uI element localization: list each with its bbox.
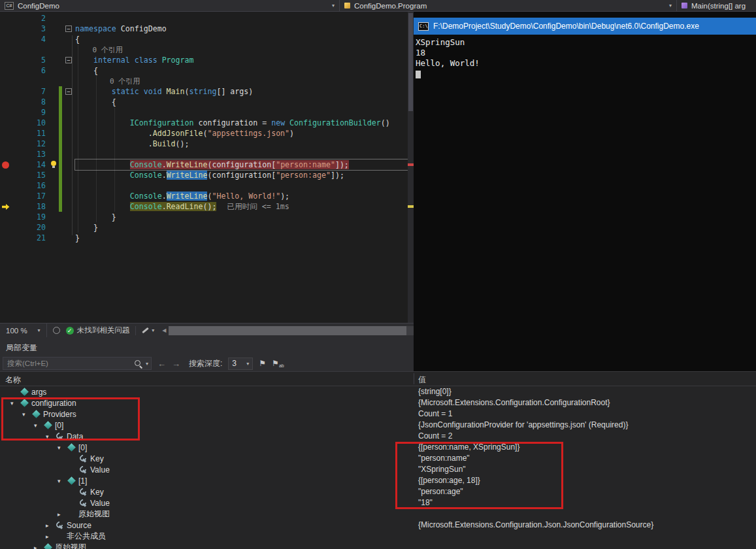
locals-row-configuration[interactable]: ▾configuration{Microsoft.Extensions.Conf… [0, 397, 756, 408]
code-line-19[interactable]: 19 } [0, 212, 414, 222]
column-divider[interactable] [414, 373, 414, 384]
editor-vertical-scrollbar[interactable] [408, 12, 414, 323]
code-editor[interactable]: 23−namespace ConfigDemo4{ 0 个引用5− intern… [0, 12, 414, 337]
tree-expander-open[interactable]: ▾ [10, 400, 20, 407]
fold-collapse-box[interactable]: − [65, 25, 72, 32]
execution-pointer-gutter[interactable] [0, 201, 12, 212]
gutter[interactable] [0, 170, 12, 180]
locals-row-原始视图[interactable]: ▸原始视图 [0, 542, 756, 549]
chevron-down-icon[interactable]: ▾ [146, 361, 148, 367]
locals-row-Data[interactable]: ▾DataCount = 2 [0, 431, 756, 442]
fold-collapse-box[interactable]: − [65, 57, 72, 63]
scrollbar-thumb[interactable] [408, 13, 413, 111]
code-line-5[interactable]: 5− internal class Program [0, 55, 414, 65]
gutter[interactable] [0, 233, 12, 243]
gutter[interactable] [0, 55, 12, 65]
gutter[interactable] [0, 13, 12, 24]
code-line-7[interactable]: 7− static void Main(string[] args) [0, 86, 414, 97]
horizontal-scrollbar[interactable] [169, 326, 414, 335]
codelens-line[interactable]: 0 个引用 [0, 44, 414, 55]
tree-expander-open[interactable]: ▾ [34, 422, 43, 429]
type-dropdown[interactable]: ConfigDemo.Program ▾ [340, 0, 677, 11]
code-line-6[interactable]: 6 { [0, 65, 414, 76]
gutter[interactable] [0, 139, 12, 149]
locals-row-原始视图[interactable]: ▸原始视图 [0, 508, 756, 520]
flag-icon[interactable]: ⚑ [259, 359, 266, 368]
code-cleanup-button[interactable]: ▾ [142, 327, 154, 333]
gutter[interactable] [0, 44, 12, 55]
gutter[interactable] [0, 212, 12, 222]
tree-expander-closed[interactable]: ▸ [58, 511, 67, 518]
code-line-18[interactable]: 18 Console.ReadLine();已用时间 <= 1ms [0, 201, 414, 212]
health-indicator[interactable]: ✓ 未找到相关问题 [66, 325, 130, 335]
code-line-4[interactable]: 4{ [0, 34, 414, 44]
tree-expander-open[interactable]: ▾ [46, 433, 55, 440]
code-line-9[interactable]: 9 [0, 107, 414, 118]
code-line-8[interactable]: 8 { [0, 97, 414, 107]
code-line-2[interactable]: 2 [0, 13, 414, 24]
locals-row-args[interactable]: args{string[0]} [0, 386, 756, 397]
gutter[interactable] [0, 86, 12, 97]
locals-row-[0][interactable]: ▾[0]{[person:name, XSpringSun]} [0, 442, 756, 453]
code-line-10[interactable]: 10 IConfiguration configuration = new Co… [0, 118, 414, 128]
code-line-12[interactable]: 12 .Build(); [0, 139, 414, 149]
member-dropdown[interactable]: Main(string[] arg ▾ [677, 0, 756, 11]
forward-arrow-icon[interactable]: → [172, 359, 180, 369]
gutter[interactable] [0, 191, 12, 201]
tree-expander-open[interactable]: ▾ [58, 478, 67, 484]
console-window[interactable]: C:\ F:\DemoProject\StudyDemo\ConfigDemo\… [414, 12, 756, 371]
console-title-bar[interactable]: C:\ F:\DemoProject\StudyDemo\ConfigDemo\… [414, 18, 756, 35]
zoom-dropdown[interactable]: 100 % ▾ [0, 324, 47, 337]
back-arrow-icon[interactable]: ← [157, 359, 166, 369]
locals-row-Value[interactable]: Value"XSpringSun" [0, 464, 756, 475]
breakpoint-icon[interactable] [2, 161, 9, 169]
gutter[interactable] [0, 180, 12, 191]
code-line-3[interactable]: 3−namespace ConfigDemo [0, 24, 414, 34]
gutter[interactable] [0, 107, 12, 118]
value-column-header[interactable]: 值 [418, 374, 426, 386]
locals-row-Key[interactable]: Key"person:age" [0, 486, 756, 497]
document-health-icon[interactable] [53, 327, 60, 334]
scrollbar-thumb[interactable] [169, 326, 406, 335]
code-line-17[interactable]: 17 Console.WriteLine("Hello, World!"); [0, 191, 414, 201]
flag-ab-icon[interactable]: ⚑ab [272, 359, 284, 368]
search-icon[interactable] [133, 359, 143, 369]
locals-row-Key[interactable]: Key"person:name" [0, 453, 756, 464]
code-line-15[interactable]: 15 Console.WriteLine(configuration["pers… [0, 170, 414, 180]
breakpoint-gutter[interactable] [0, 159, 12, 170]
code-line-11[interactable]: 11 .AddJsonFile("appsettings.json") [0, 128, 414, 139]
tree-expander-open[interactable]: ▾ [22, 411, 31, 418]
gutter[interactable] [0, 118, 12, 128]
codelens-line[interactable]: 0 个引用 [0, 76, 414, 86]
gutter[interactable] [0, 222, 12, 233]
search-input[interactable]: 搜索(Ctrl+E) ▾ [3, 357, 152, 370]
tree-expander-closed[interactable]: ▸ [34, 544, 43, 549]
name-column-header[interactable]: 名称 [5, 374, 21, 386]
tree-expander-open[interactable]: ▾ [58, 444, 67, 451]
code-line-16[interactable]: 16 [0, 180, 414, 191]
search-depth-dropdown[interactable]: 3 ▾ [228, 358, 253, 370]
lightbulb-icon[interactable] [50, 161, 57, 169]
gutter[interactable] [0, 34, 12, 44]
locals-row-Source[interactable]: ▸Source{Microsoft.Extensions.Configurati… [0, 520, 756, 531]
code-line-20[interactable]: 20 } [0, 222, 414, 233]
code-line-14[interactable]: 14 Console.WriteLine(configuration["pers… [0, 159, 414, 170]
locals-row-[0][interactable]: ▾[0]{JsonConfigurationProvider for 'apps… [0, 420, 756, 431]
scroll-left-arrow-icon[interactable]: ◀ [162, 327, 166, 333]
gutter[interactable] [0, 76, 12, 86]
locals-row-[1][interactable]: ▾[1]{[person:age, 18]} [0, 475, 756, 486]
gutter[interactable] [0, 128, 12, 139]
locals-row-非公共成员[interactable]: ▸非公共成员 [0, 531, 756, 542]
fold-collapse-box[interactable]: − [65, 88, 72, 95]
gutter[interactable] [0, 65, 12, 76]
gutter[interactable] [0, 149, 12, 159]
project-dropdown[interactable]: C# ConfigDemo ▾ [0, 0, 340, 11]
code-line-13[interactable]: 13 [0, 149, 414, 159]
locals-row-Providers[interactable]: ▾ProvidersCount = 1 [0, 408, 756, 420]
gutter[interactable] [0, 24, 12, 34]
locals-row-Value[interactable]: Value"18" [0, 497, 756, 508]
tree-expander-closed[interactable]: ▸ [46, 533, 55, 540]
tree-expander-closed[interactable]: ▸ [46, 522, 55, 529]
gutter[interactable] [0, 97, 12, 107]
code-line-21[interactable]: 21} [0, 233, 414, 243]
